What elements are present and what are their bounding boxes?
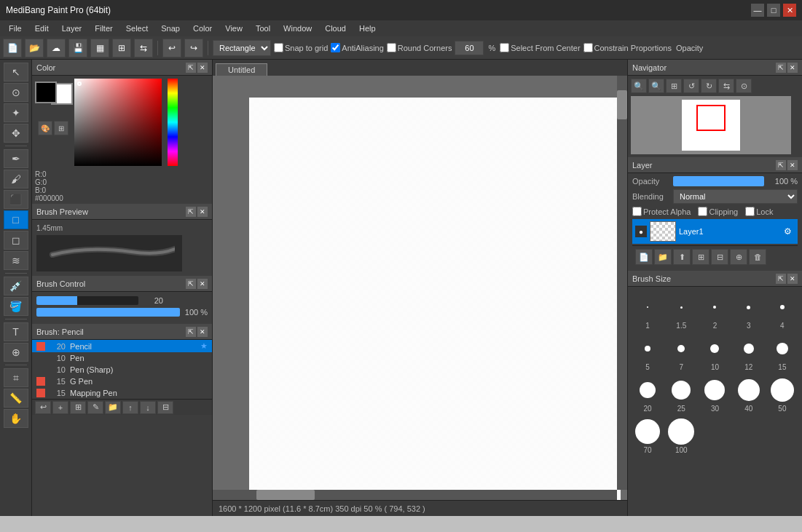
menu-select[interactable]: Select <box>120 23 154 34</box>
menu-view[interactable]: View <box>219 23 248 34</box>
shape-select[interactable]: Rectangle Ellipse Polygon <box>213 40 271 56</box>
scroll-thumb-h[interactable] <box>256 490 315 500</box>
tool-shape[interactable]: □ <box>4 210 28 229</box>
brush-item-pen-sharp[interactable]: 10 Pen (Sharp) <box>32 364 212 376</box>
canvas-scrollbar-vertical[interactable] <box>617 76 627 490</box>
menu-filter[interactable]: Filter <box>89 23 118 34</box>
nav-fit[interactable]: ⊞ <box>666 79 682 93</box>
brush-add[interactable]: ↩ <box>35 401 51 414</box>
brush-list-close[interactable]: ✕ <box>197 327 208 337</box>
tool-select-arrow[interactable]: ↖ <box>4 63 28 82</box>
color-hue-slider[interactable] <box>168 79 178 166</box>
tool-eyedropper[interactable]: 💉 <box>4 277 28 295</box>
color-gradient[interactable] <box>74 79 162 166</box>
brush-size-2[interactable]: 2 <box>699 291 730 333</box>
canvas-scrollbar-horizontal[interactable] <box>213 490 617 500</box>
clipping-checkbox[interactable] <box>698 207 707 216</box>
brush-size-track[interactable] <box>36 296 138 305</box>
constrain-proportions-checkbox[interactable] <box>583 43 593 52</box>
navigator-preview[interactable] <box>631 96 791 154</box>
brush-item-g-pen[interactable]: 15 G Pen <box>32 376 212 387</box>
color-tool-1[interactable]: 🎨 <box>38 121 52 135</box>
opacity-bar[interactable] <box>673 176 764 186</box>
layer-settings-btn[interactable]: ⚙ <box>780 224 795 239</box>
scroll-thumb-v[interactable] <box>617 90 627 119</box>
lock-checkbox[interactable] <box>745 207 755 216</box>
tool-crop[interactable]: ⌗ <box>4 368 28 387</box>
fg-color-swatch[interactable] <box>35 82 57 103</box>
layer-item-1[interactable]: ● Layer1 ⚙ <box>632 219 798 244</box>
brush-folder[interactable]: 📁 <box>105 401 121 414</box>
tool-paint-bucket[interactable]: 🪣 <box>4 297 28 316</box>
brush-size-70[interactable]: 70 <box>632 416 663 457</box>
brush-preview-close[interactable]: ✕ <box>197 207 208 217</box>
tool-lasso[interactable]: ⊙ <box>4 83 28 102</box>
maximize-button[interactable]: □ <box>767 4 780 17</box>
layer-delete[interactable]: 🗑 <box>749 249 766 265</box>
nav-rotate-left[interactable]: ↺ <box>683 79 699 93</box>
nav-rotate-right[interactable]: ↻ <box>701 79 717 93</box>
menu-window[interactable]: Window <box>278 23 318 34</box>
toolbar-new[interactable]: 📄 <box>3 39 22 57</box>
tool-brush[interactable]: 🖌 <box>4 170 28 188</box>
menu-tool[interactable]: Tool <box>250 23 276 34</box>
tool-eraser[interactable]: ◻ <box>4 231 28 250</box>
tool-magic-wand[interactable]: ✦ <box>4 103 28 122</box>
close-button[interactable]: ✕ <box>783 4 796 17</box>
brush-item-pen[interactable]: 10 Pen <box>32 352 212 364</box>
layer-combine[interactable]: ⊕ <box>730 249 747 265</box>
menu-help[interactable]: Help <box>353 23 382 34</box>
brush-size-3[interactable]: 3 <box>734 291 764 333</box>
select-from-center-checkbox[interactable] <box>500 43 509 52</box>
menu-edit[interactable]: Edit <box>29 23 55 34</box>
toolbar-undo[interactable]: ↩ <box>162 39 181 57</box>
brush-size-40[interactable]: 40 <box>734 374 764 416</box>
tool-text[interactable]: T <box>4 322 28 341</box>
nav-zoom-in[interactable]: 🔍 <box>631 79 647 93</box>
brush-copy[interactable]: ⊞ <box>70 401 86 414</box>
brush-size-30[interactable]: 30 <box>699 374 730 416</box>
layer-panel-expand[interactable]: ⇱ <box>776 160 786 170</box>
menu-snap[interactable]: Snap <box>155 23 186 34</box>
toolbar-cloud[interactable]: ☁ <box>47 39 66 57</box>
color-panel-close[interactable]: ✕ <box>197 63 208 73</box>
menu-cloud[interactable]: Cloud <box>319 23 352 34</box>
brush-down[interactable]: ↓ <box>140 401 156 414</box>
layer-panel-close[interactable]: ✕ <box>787 160 798 170</box>
snap-to-grid-checkbox[interactable] <box>274 43 283 52</box>
round-corners-value[interactable] <box>455 41 484 55</box>
color-panel-expand[interactable]: ⇱ <box>186 63 196 73</box>
nav-zoom-out[interactable]: 🔍 <box>648 79 664 93</box>
navigator-expand[interactable]: ⇱ <box>776 63 786 73</box>
blend-mode-select[interactable]: Normal Multiply Screen Overlay <box>673 189 798 204</box>
brush-size-1[interactable]: 1 <box>632 291 663 333</box>
toolbar-flip-h[interactable]: ⇆ <box>134 39 153 57</box>
toolbar-grid[interactable]: ▦ <box>90 39 109 57</box>
brush-list-expand[interactable]: ⇱ <box>186 327 196 337</box>
brush-size-4[interactable]: 4 <box>767 291 798 333</box>
antialias-checkbox[interactable] <box>331 43 340 52</box>
brush-size-close[interactable]: ✕ <box>787 274 798 284</box>
brush-size-25[interactable]: 25 <box>666 374 696 416</box>
toolbar-layers[interactable]: ⊞ <box>112 39 131 57</box>
brush-item-mapping-pen[interactable]: 15 Mapping Pen <box>32 387 212 399</box>
minimize-button[interactable]: — <box>751 4 764 17</box>
brush-size-10[interactable]: 10 <box>699 333 730 374</box>
brush-preview-expand[interactable]: ⇱ <box>186 207 196 217</box>
layer-visibility[interactable]: ● <box>635 226 647 237</box>
brush-control-close[interactable]: ✕ <box>197 279 208 289</box>
menu-layer[interactable]: Layer <box>56 23 88 34</box>
brush-delete[interactable]: + <box>52 401 68 414</box>
round-corners-checkbox[interactable] <box>387 43 396 52</box>
brush-size-12[interactable]: 12 <box>734 333 764 374</box>
tool-move[interactable]: ✥ <box>4 124 28 143</box>
color-tool-2[interactable]: ⊞ <box>54 121 68 135</box>
tool-zoom-hand[interactable]: ✋ <box>4 409 28 428</box>
layer-merge[interactable]: ⊟ <box>711 249 728 265</box>
layer-new[interactable]: 📄 <box>635 249 653 265</box>
tool-transform[interactable]: ⊕ <box>4 343 28 362</box>
brush-opacity-track[interactable] <box>36 308 180 317</box>
navigator-close[interactable]: ✕ <box>787 63 798 73</box>
brush-control-expand[interactable]: ⇱ <box>186 279 196 289</box>
tool-ruler[interactable]: 📏 <box>4 389 28 408</box>
